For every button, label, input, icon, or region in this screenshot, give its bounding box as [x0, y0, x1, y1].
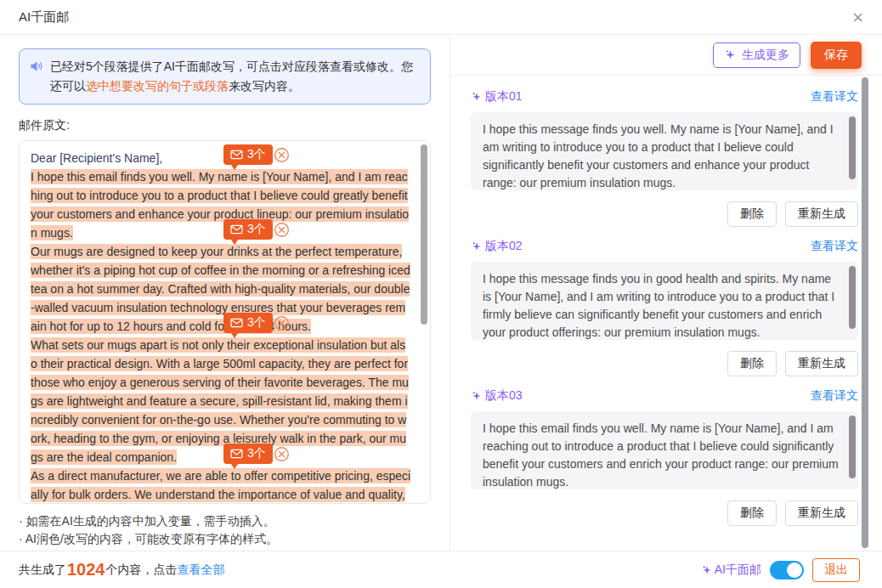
envelope-icon	[230, 150, 243, 160]
dialog-header: AI千面邮 ×	[0, 0, 882, 35]
versions-panel: 生成更多 保存 版本01 查看译文 I hope this message	[450, 35, 882, 551]
original-email-text: Dear [Recipient's Name], I hope this ema…	[31, 149, 411, 504]
view-translation-link[interactable]: 查看译文	[811, 89, 858, 105]
email-scrollbar[interactable]	[421, 144, 427, 325]
version-text: I hope this message finds you well. My n…	[483, 121, 840, 190]
paragraph-versions-badge-3[interactable]: 3个	[223, 313, 273, 333]
dismiss-badge-icon-4[interactable]	[274, 446, 290, 462]
tips-notes: · 如需在AI生成的内容中加入变量，需手动插入。 · AI润色/改写的内容，可能…	[19, 512, 431, 548]
notice-text-after: 来改写内容。	[229, 79, 300, 93]
paragraph-versions-badge-1[interactable]: 3个	[223, 144, 273, 165]
version-label-text: 版本03	[485, 388, 523, 404]
version-text-box[interactable]: I hope this message finds you in good he…	[471, 262, 858, 340]
dismiss-badge-icon-3[interactable]	[274, 315, 290, 331]
generated-suffix: 个内容，点击	[106, 563, 178, 578]
versions-panel-scrollbar[interactable]	[862, 77, 868, 548]
regenerate-button[interactable]: 重新生成	[785, 201, 858, 227]
badge-count-label: 3个	[247, 222, 266, 237]
exit-button[interactable]: 退出	[812, 558, 860, 582]
version-label-text: 版本01	[485, 89, 523, 105]
dialog-title: AI千面邮	[19, 9, 69, 25]
footer-controls: AI千面邮 退出	[701, 558, 860, 582]
delete-button[interactable]: 删除	[727, 500, 777, 526]
delete-button[interactable]: 删除	[727, 351, 777, 376]
version-card-2: 版本02 查看译文 I hope this message finds you …	[471, 239, 858, 376]
email-paragraph[interactable]: As a direct manufacturer, we are able to…	[31, 466, 411, 504]
email-paragraph[interactable]: Our mugs are designed to keep your drink…	[31, 242, 411, 336]
version-scrollbar[interactable]	[849, 416, 856, 478]
ai-brand-label: AI千面邮	[701, 563, 761, 578]
tip-note-1: · 如需在AI生成的内容中加入变量，需手动插入。	[19, 512, 431, 530]
announcement-speaker-icon	[30, 60, 43, 96]
envelope-icon	[230, 224, 243, 235]
version-label: 版本03	[471, 388, 523, 404]
versions-list: 版本01 查看译文 I hope this message finds you …	[450, 75, 882, 551]
save-button[interactable]: 保存	[811, 42, 862, 69]
highlighted-paragraph-1[interactable]: I hope this email finds you well. My nam…	[31, 169, 409, 240]
version-text: I hope this message finds you in good he…	[483, 270, 840, 340]
paragraph-versions-badge-2[interactable]: 3个	[223, 219, 273, 240]
version-card-3: 版本03 查看译文 I hope this email finds you we…	[471, 388, 858, 526]
toggle-knob	[787, 563, 802, 578]
regenerate-button[interactable]: 重新生成	[785, 351, 858, 376]
version-text-box[interactable]: I hope this message finds you well. My n…	[471, 112, 858, 190]
version-label-text: 版本02	[485, 239, 523, 254]
sparkle-icon	[701, 564, 713, 576]
email-paragraph[interactable]: What sets our mugs apart is not only the…	[31, 336, 411, 466]
view-translation-link[interactable]: 查看译文	[811, 388, 858, 404]
ai-email-rewrite-dialog: AI千面邮 × 已经对5个段落提供了AI千面邮改写，可点击对应段落查看或修改。您…	[0, 0, 882, 588]
dismiss-badge-icon-1[interactable]	[274, 147, 290, 163]
dismiss-badge-icon-2[interactable]	[274, 222, 290, 238]
original-email-panel: 已经对5个段落提供了AI千面邮改写，可点击对应段落查看或修改。您还可以选中想要改…	[0, 35, 450, 551]
version-card-1: 版本01 查看译文 I hope this message finds you …	[471, 89, 858, 227]
version-label: 版本02	[471, 239, 523, 254]
ai-brand-text: AI千面邮	[715, 563, 761, 578]
generated-count: 1024	[67, 560, 105, 580]
version-card-head: 版本03 查看译文	[471, 388, 858, 404]
ai-notice-text: 已经对5个段落提供了AI千面邮改写，可点击对应段落查看或修改。您还可以选中想要改…	[50, 57, 420, 96]
version-card-head: 版本01 查看译文	[471, 89, 858, 105]
tip-note-2: · AI润色/改写的内容，可能改变原有字体的样式。	[19, 530, 431, 548]
highlighted-paragraph-3[interactable]: What sets our mugs apart is not only the…	[31, 337, 409, 465]
generate-more-button[interactable]: 生成更多	[713, 42, 800, 68]
version-scrollbar[interactable]	[849, 266, 856, 329]
view-translation-link[interactable]: 查看译文	[811, 239, 858, 254]
versions-actions: 生成更多 保存	[450, 35, 882, 75]
delete-button[interactable]: 删除	[727, 201, 777, 227]
badge-count-label: 3个	[247, 147, 266, 162]
ai-feature-toggle[interactable]	[770, 561, 804, 580]
email-paragraph[interactable]: I hope this email finds you well. My nam…	[31, 167, 411, 242]
sparkle-icon	[471, 390, 483, 402]
envelope-icon	[230, 449, 243, 459]
envelope-icon	[230, 318, 243, 328]
email-salutation: Dear [Recipient's Name],	[31, 149, 411, 167]
original-email-label: 邮件原文:	[19, 118, 431, 133]
version-card-head: 版本02 查看译文	[471, 239, 858, 254]
paragraph-versions-badge-4[interactable]: 3个	[223, 444, 273, 464]
dialog-body: 已经对5个段落提供了AI千面邮改写，可点击对应段落查看或修改。您还可以选中想要改…	[0, 35, 882, 551]
version-card-buttons: 删除 重新生成	[471, 351, 858, 376]
sparkle-icon	[471, 240, 483, 252]
badge-count-label: 3个	[247, 315, 266, 331]
dialog-footer: 共生成了 1024 个内容，点击 查看全部 AI千面邮 退出	[0, 551, 882, 588]
highlighted-paragraph-4[interactable]: As a direct manufacturer, we are able to…	[31, 468, 410, 504]
highlighted-paragraph-2[interactable]: Our mugs are designed to keep your drink…	[31, 244, 410, 334]
version-label: 版本01	[471, 89, 523, 105]
generated-summary: 共生成了 1024 个内容，点击 查看全部	[19, 560, 225, 580]
notice-text-highlight[interactable]: 选中想要改写的句子或段落	[86, 79, 229, 93]
close-icon[interactable]: ×	[847, 7, 868, 29]
sparkle-icon	[471, 91, 483, 103]
version-scrollbar[interactable]	[849, 116, 856, 179]
original-email-viewer[interactable]: Dear [Recipient's Name], I hope this ema…	[19, 140, 431, 504]
view-all-link[interactable]: 查看全部	[178, 563, 225, 578]
version-card-buttons: 删除 重新生成	[471, 201, 858, 227]
version-card-buttons: 删除 重新生成	[471, 500, 858, 526]
version-text: I hope this email finds you well. My nam…	[483, 420, 840, 489]
badge-count-label: 3个	[247, 446, 266, 461]
sparkle-icon	[724, 48, 737, 61]
version-text-box[interactable]: I hope this email finds you well. My nam…	[471, 411, 858, 489]
regenerate-button[interactable]: 重新生成	[785, 500, 858, 526]
generate-more-label: 生成更多	[742, 48, 789, 63]
generated-prefix: 共生成了	[19, 563, 66, 578]
ai-notice-banner: 已经对5个段落提供了AI千面邮改写，可点击对应段落查看或修改。您还可以选中想要改…	[19, 48, 431, 105]
